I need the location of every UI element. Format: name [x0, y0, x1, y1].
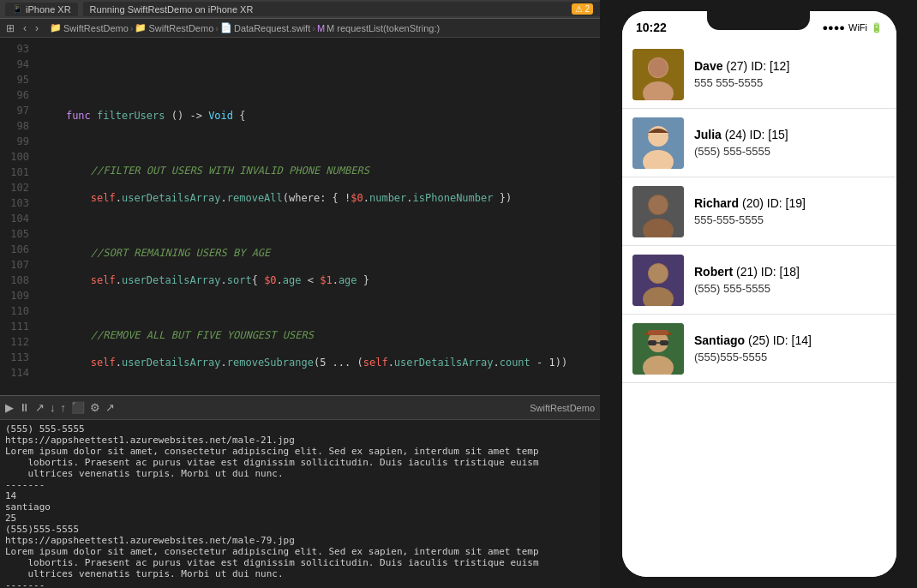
running-tab-label: Running SwiftRestDemo on iPhone XR — [90, 4, 254, 15]
signal-icon: ●●●● — [822, 22, 845, 33]
contact-name-line: Richard (20) ID: [19] — [694, 196, 886, 210]
console-area: ▶ ⏸ ↗ ↓ ↑ ⬛ ⚙ ↗ SwiftRestDemo (555) 555-… — [0, 395, 600, 588]
svg-point-11 — [649, 195, 668, 214]
contact-phone: 555-555-5555 — [694, 213, 886, 226]
running-tab: Running SwiftRestDemo on iPhone XR ⚠ 2 — [83, 2, 600, 16]
contact-phone: (555) 555-5555 — [694, 145, 886, 158]
svg-rect-19 — [648, 340, 656, 345]
share-button[interactable]: ↗ — [105, 401, 115, 414]
list-item[interactable]: Dave (27) ID: [12] 555 555-5555 — [622, 40, 896, 109]
svg-rect-20 — [660, 340, 668, 345]
avatar — [632, 255, 684, 306]
contact-phone: (555) 555-5555 — [694, 282, 886, 295]
avatar — [632, 186, 684, 237]
step-over-button[interactable]: ↗ — [35, 401, 45, 414]
list-item[interactable]: Robert (21) ID: [18] (555) 555-5555 — [622, 246, 896, 315]
grid-view-button[interactable]: ⊞ — [3, 21, 17, 35]
console-toolbar: ▶ ⏸ ↗ ↓ ↑ ⬛ ⚙ ↗ SwiftRestDemo — [0, 396, 600, 420]
line-numbers: 93 94 95 96 97 98 99 100 101 102 103 104… — [0, 38, 34, 395]
pause-button[interactable]: ⏸ — [19, 401, 30, 414]
contact-name: Julia — [694, 128, 722, 141]
phone-notch — [707, 11, 810, 30]
contact-info: Julia (24) ID: [15] (555) 555-5555 — [694, 128, 886, 158]
contact-age: (21) ID: [18] — [736, 265, 800, 279]
svg-rect-23 — [648, 330, 668, 335]
contact-name-line: Julia (24) ID: [15] — [694, 128, 886, 141]
breadcrumb-item-4: M M requestList(tokenString:) — [317, 23, 440, 33]
phone-screen: 10:22 ●●●● WiFi 🔋 — [622, 11, 896, 577]
contact-name: Santiago — [694, 333, 745, 347]
contact-age: (25) ID: [14] — [748, 333, 812, 347]
code-area: 93 94 95 96 97 98 99 100 101 102 103 104… — [0, 38, 600, 395]
list-item[interactable]: Richard (20) ID: [19] 555-555-5555 — [622, 177, 896, 246]
play-button[interactable]: ▶ — [5, 401, 14, 414]
avatar — [632, 117, 684, 169]
list-item[interactable]: Santiago (25) ID: [14] (555)555-5555 — [622, 315, 896, 383]
simulator-panel: 10:22 ●●●● WiFi 🔋 — [600, 0, 917, 588]
console-output: (555) 555-5555 https://appsheettest1.azu… — [0, 420, 600, 588]
contact-name-line: Santiago (25) ID: [14] — [694, 333, 886, 347]
nav-bar: ⊞ ‹ › 📁 SwiftRestDemo › 📁 SwiftRestDemo … — [0, 19, 600, 38]
svg-point-15 — [649, 264, 668, 283]
avatar — [632, 49, 684, 100]
contact-age: (24) ID: [15] — [725, 128, 788, 141]
contact-name: Dave — [694, 59, 722, 73]
breadcrumb-item-2: 📁 SwiftRestDemo — [135, 22, 213, 33]
contact-info: Santiago (25) ID: [14] (555)555-5555 — [694, 333, 886, 363]
list-item[interactable]: Julia (24) ID: [15] (555) 555-5555 — [622, 109, 896, 177]
breadcrumb: 📁 SwiftRestDemo › 📁 SwiftRestDemo › 📄 Da… — [45, 22, 596, 33]
contact-name: Richard — [694, 196, 739, 210]
contact-list[interactable]: Dave (27) ID: [12] 555 555-5555 — [622, 40, 896, 577]
tab-bar: 📱 iPhone XR Running SwiftRestDemo on iPh… — [0, 0, 600, 19]
back-button[interactable]: ‹ — [21, 21, 29, 35]
contact-name-line: Robert (21) ID: [18] — [694, 265, 886, 279]
contact-age: (20) ID: [19] — [742, 196, 806, 210]
breadcrumb-item-3: 📄 DataRequest.swift — [220, 22, 310, 33]
contact-info: Dave (27) ID: [12] 555 555-5555 — [694, 59, 886, 89]
svg-point-3 — [649, 58, 668, 77]
avatar — [632, 323, 684, 375]
contact-info: Robert (21) ID: [18] (555) 555-5555 — [694, 265, 886, 295]
breadcrumb-item-1: 📁 SwiftRestDemo — [50, 22, 129, 33]
warning-badge: ⚠ 2 — [572, 3, 593, 15]
contact-age: (27) ID: [12] — [726, 59, 789, 73]
contact-phone: (555)555-5555 — [694, 351, 886, 363]
code-content: func filterUsers () -> Void { //FILTER O… — [34, 38, 600, 395]
status-icons: ●●●● WiFi 🔋 — [822, 22, 883, 33]
debug-button[interactable]: ⚙ — [90, 401, 100, 414]
device-icon: 📱 — [12, 4, 22, 14]
forward-button[interactable]: › — [33, 21, 41, 35]
editor-panel: 📱 iPhone XR Running SwiftRestDemo on iPh… — [0, 0, 600, 588]
status-time: 10:22 — [636, 21, 667, 34]
contact-name: Robert — [694, 265, 733, 279]
toggle-layout-button[interactable]: ⬛ — [71, 401, 85, 414]
wifi-icon: WiFi — [848, 22, 867, 33]
step-out-button[interactable]: ↑ — [61, 401, 67, 414]
console-app-label: SwiftRestDemo — [530, 403, 595, 413]
contact-phone: 555 555-5555 — [694, 76, 886, 89]
step-in-button[interactable]: ↓ — [50, 401, 56, 414]
contact-name-line: Dave (27) ID: [12] — [694, 59, 886, 73]
device-tab: 📱 iPhone XR — [5, 3, 78, 16]
device-tab-label: iPhone XR — [26, 4, 71, 15]
contact-info: Richard (20) ID: [19] 555-555-5555 — [694, 196, 886, 226]
phone-frame: 10:22 ●●●● WiFi 🔋 — [600, 0, 917, 588]
battery-icon: 🔋 — [871, 22, 883, 33]
